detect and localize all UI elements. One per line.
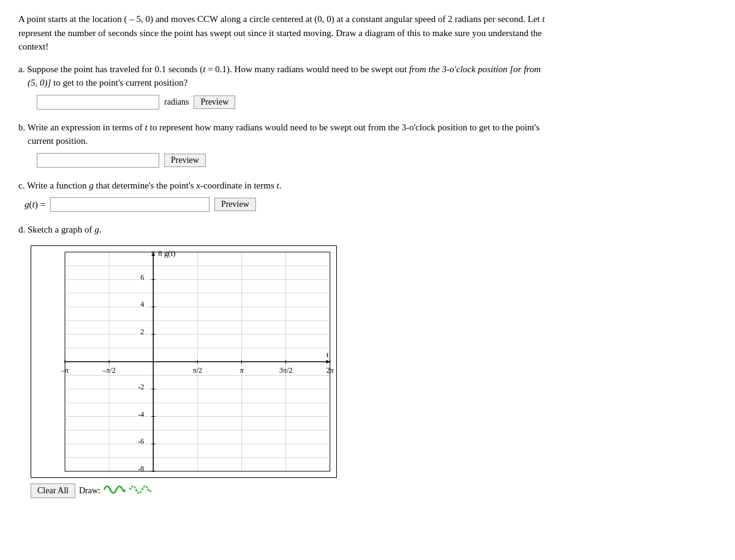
x-tick-neg-pi: –π	[61, 365, 69, 374]
y-tick-neg8: -8	[138, 465, 144, 473]
svg-marker-22	[326, 360, 330, 364]
y-tick-neg2: -2	[138, 382, 144, 390]
graph-buttons-row: Clear All Draw:	[31, 482, 337, 500]
draw-icon-solid[interactable]	[103, 482, 126, 500]
part-c-letter: c.	[18, 181, 24, 190]
draw-icons-container	[103, 482, 152, 500]
intro-paragraph: A point starts at the location ( – 5, 0)…	[18, 12, 717, 54]
draw-icon-dotted[interactable]	[129, 482, 152, 500]
part-c-input[interactable]	[50, 197, 209, 212]
x-tick-pi: π	[239, 365, 243, 374]
x-tick-2pi: 2π	[326, 365, 334, 374]
y-tick-2: 2	[140, 327, 144, 336]
y-tick-neg4: -4	[138, 409, 144, 418]
x-tick-neg-pi2: –π/2	[102, 365, 116, 374]
part-c: c. Write a function g that determine's t…	[18, 179, 717, 212]
part-b: b. Write an expression in terms of t to …	[18, 121, 717, 168]
x-tick-pi2: π/2	[193, 365, 202, 374]
graph-svg[interactable]: .grid-line { stroke: #aaa; stroke-width:…	[31, 245, 337, 478]
draw-label: Draw:	[79, 486, 100, 496]
graph-container: .grid-line { stroke: #aaa; stroke-width:…	[31, 245, 337, 500]
part-d: d. Sketch a graph of g. .grid-line { str…	[18, 223, 717, 500]
x-axis-label: t	[326, 350, 329, 359]
y-tick-6: 6	[140, 272, 144, 281]
part-b-input[interactable]	[37, 153, 159, 168]
part-d-letter: d.	[18, 225, 25, 234]
intro-line3: context!	[18, 42, 48, 51]
intro-line1: A point starts at the location ( – 5, 0)…	[18, 14, 545, 24]
y-axis-label: 8 g(t)	[158, 248, 175, 257]
part-b-preview-button[interactable]: Preview	[164, 154, 206, 167]
part-c-gt-prefix: g(t) =	[24, 200, 45, 210]
part-a-letter: a.	[18, 64, 24, 74]
svg-marker-23	[151, 252, 155, 255]
part-d-label: d. Sketch a graph of g.	[18, 223, 717, 237]
part-a-unit: radians	[164, 97, 189, 107]
y-tick-4: 4	[140, 300, 144, 308]
part-b-input-row: Preview	[37, 153, 717, 168]
part-a-label: a. Suppose the point has traveled for 0.…	[18, 62, 717, 90]
intro-line2: represent the number of seconds since th…	[18, 28, 542, 38]
part-b-letter: b.	[18, 122, 25, 132]
part-b-label: b. Write an expression in terms of t to …	[18, 121, 717, 148]
part-c-input-row: g(t) = Preview	[24, 197, 717, 212]
part-a-input[interactable]	[37, 95, 159, 110]
x-tick-3pi2: 3π/2	[279, 365, 292, 374]
part-c-preview-button[interactable]: Preview	[214, 198, 256, 211]
part-a-input-row: radians Preview	[37, 95, 717, 110]
y-tick-neg6: -6	[138, 437, 144, 446]
clear-all-button[interactable]: Clear All	[31, 483, 75, 498]
part-a-preview-button[interactable]: Preview	[194, 95, 235, 109]
part-c-label: c. Write a function g that determine's t…	[18, 179, 717, 193]
part-a: a. Suppose the point has traveled for 0.…	[18, 62, 717, 110]
